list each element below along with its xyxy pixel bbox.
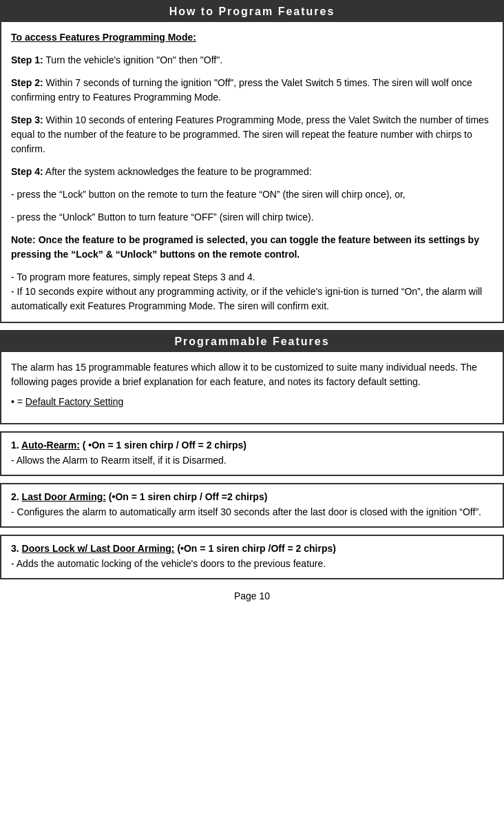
note-text: Note: Once the feature to be programed i…: [11, 233, 493, 262]
note-bold: Note: Once the feature to be programed i…: [11, 234, 479, 260]
step4-label: Step 4:: [11, 166, 43, 177]
step4-bullet1: - press the “Lock” button on the remote …: [11, 187, 493, 202]
step4: Step 4: After the system acknowledges th…: [11, 165, 493, 179]
feature-3-name: Doors Lock w/ Last Door Arming:: [22, 543, 175, 554]
feature-3-box: 3. Doors Lock w/ Last Door Arming: (•On …: [0, 535, 504, 579]
feature-2-name: Last Door Arming:: [22, 491, 106, 502]
step4-text: After the system acknowledges the featur…: [43, 166, 312, 177]
feature-1-params: ( •On = 1 siren chirp / Off = 2 chirps): [80, 440, 246, 451]
main-title: How to Program Features: [1, 1, 503, 22]
feature-3-desc: - Adds the automatic locking of the vehi…: [11, 557, 493, 571]
feature-3-params: (•On = 1 siren chirp /Off = 2 chirps): [175, 543, 336, 554]
step3-text: Within 10 seconds of entering Features P…: [11, 114, 489, 154]
feature-2-box: 2. Last Door Arming: (•On = 1 siren chir…: [0, 483, 504, 528]
feature-1-desc: - Allows the Alarm to Rearm itself, if i…: [11, 453, 493, 468]
step1-text: Turn the vehicle's ignition "On" then "O…: [43, 54, 222, 65]
extra-line-1: - To program more features, simply repea…: [11, 271, 255, 282]
step1: Step 1: Turn the vehicle's ignition "On"…: [11, 53, 493, 68]
step2-label: Step 2:: [11, 77, 43, 88]
page-container: How to Program Features To access Featur…: [0, 0, 504, 835]
top-content: To access Features Programming Mode: Ste…: [1, 22, 503, 322]
feature-1-box: 1. Auto-Rearm: ( •On = 1 siren chirp / O…: [0, 431, 504, 476]
page-footer: Page 10: [0, 579, 504, 607]
step2: Step 2: Within 7 seconds of turning the …: [11, 76, 493, 105]
feature-3-number: 3.: [11, 543, 19, 554]
feature-2-number: 2.: [11, 491, 19, 502]
feature-2-title: 2. Last Door Arming: (•On = 1 siren chir…: [11, 491, 493, 502]
feature-1-name: Auto-Rearm:: [21, 440, 80, 451]
page-number: Page 10: [234, 590, 270, 601]
extra-lines: - To program more features, simply repea…: [11, 270, 493, 313]
feature-2-params: (•On = 1 siren chirp / Off =2 chirps): [106, 491, 267, 502]
feature-2-desc: - Configures the alarm to automatically …: [11, 505, 493, 519]
feature-3-title: 3. Doors Lock w/ Last Door Arming: (•On …: [11, 543, 493, 554]
feature-1-title: 1. Auto-Rearm: ( •On = 1 siren chirp / O…: [11, 440, 493, 451]
step2-text: Within 7 seconds of turning the ignition…: [11, 77, 472, 103]
step4-bullet2: - press the “Unlock” Button to turn feat…: [11, 210, 493, 225]
prog-content: The alarm has 15 programmable features w…: [1, 352, 503, 423]
step3: Step 3: Within 10 seconds of entering Fe…: [11, 113, 493, 156]
top-section: How to Program Features To access Featur…: [0, 0, 504, 323]
bullet-line: • = Default Factory Setting: [11, 395, 493, 409]
extra-line-2: - If 10 seconds expire without any progr…: [11, 286, 482, 311]
prog-intro: The alarm has 15 programmable features w…: [11, 360, 493, 389]
step1-label: Step 1:: [11, 54, 43, 65]
programmable-title: Programmable Features: [1, 331, 503, 352]
access-heading: To access Features Programming Mode:: [11, 30, 493, 45]
feature-1-number: 1.: [11, 440, 19, 451]
step3-label: Step 3:: [11, 114, 43, 125]
programmable-section: Programmable Features The alarm has 15 p…: [0, 330, 504, 424]
